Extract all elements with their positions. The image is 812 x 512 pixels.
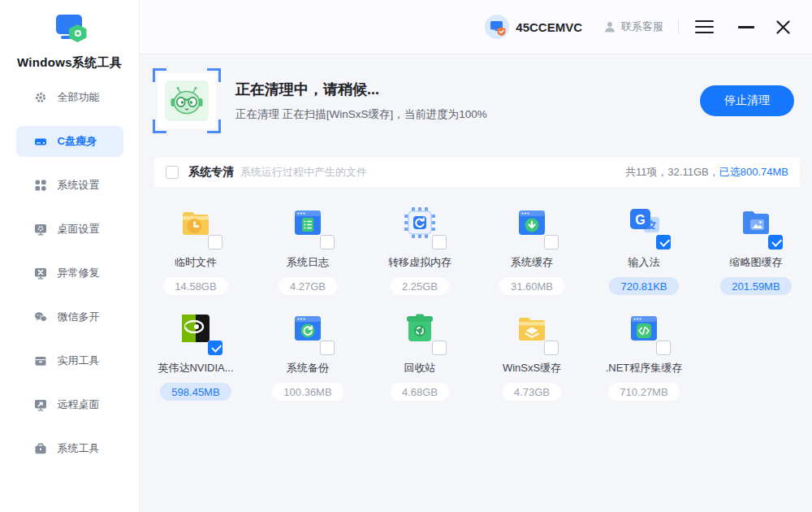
toolbox-icon (34, 354, 47, 367)
cleanup-item-thumbnail-cache[interactable]: 缩略图缓存 201.59MB (700, 205, 812, 310)
item-size: 4.27GB (279, 277, 337, 295)
item-label: .NET程序集缓存 (606, 361, 683, 375)
item-label: 回收站 (404, 361, 436, 375)
section-checkbox[interactable] (166, 166, 179, 179)
item-label: 转移虚拟内存 (388, 255, 451, 270)
item-size: 2.25GB (391, 277, 449, 295)
item-checkbox[interactable] (320, 235, 335, 249)
cleanup-item-system-cache[interactable]: 系统缓存 31.60MB (476, 205, 588, 310)
cleanup-item-system-backup[interactable]: 系统备份 100.36MB (252, 310, 364, 416)
sidebar-item-label: 远程桌面 (58, 397, 100, 412)
item-checkbox[interactable] (544, 341, 559, 355)
sidebar-item-label: 系统工具 (58, 441, 100, 456)
drive-icon (34, 135, 47, 148)
sidebar-item-c-drive-slim[interactable]: C盘瘦身 (16, 126, 123, 157)
app-logo: Windows系统工具 (0, 0, 139, 71)
cleaning-banner: 正在清理中，请稍候... 正在清理 正在扫描[WinSxS缓存]，当前进度为10… (153, 68, 794, 133)
item-label: 缩略图缓存 (730, 255, 783, 270)
selected-size[interactable]: 已选800.74MB (719, 166, 788, 178)
cleanup-item-temp-files[interactable]: 临时文件 14.58GB (140, 205, 252, 310)
sidebar-item-label: 微信多开 (58, 310, 100, 324)
sidebar-item-label: 桌面设置 (58, 222, 100, 236)
cleanup-item-virtual-memory[interactable]: 转移虚拟内存 2.25GB (364, 205, 476, 310)
banner-status: 正在清理 正在扫描[WinSxS缓存]，当前进度为100% (235, 107, 487, 122)
titlebar-divider (678, 20, 679, 34)
item-checkbox[interactable] (208, 235, 222, 249)
item-checkbox[interactable] (432, 341, 447, 355)
item-size: 4.73GB (503, 383, 561, 401)
banner-title: 正在清理中，请稍候... (235, 80, 487, 99)
sidebar: Windows系统工具 全部功能 C盘瘦身 系统设置 (0, 0, 140, 512)
item-label: WinSxS缓存 (503, 361, 561, 375)
banner-text: 正在清理中，请稍候... 正在清理 正在扫描[WinSxS缓存]，当前进度为10… (235, 80, 487, 122)
item-size: 4.68GB (391, 383, 449, 401)
item-checkbox[interactable] (208, 341, 222, 355)
person-icon (603, 20, 616, 33)
sidebar-item-system-settings[interactable]: 系统设置 (16, 170, 123, 201)
sidebar-item-label: 系统设置 (58, 178, 100, 193)
monitor-gear-icon (34, 223, 47, 236)
sidebar-nav: 全部功能 C盘瘦身 系统设置 桌面设置 (0, 71, 139, 464)
item-size: 100.36MB (272, 383, 343, 401)
app-logo-icon (51, 13, 89, 47)
app-title: Windows系统工具 (0, 55, 139, 71)
items-summary: 共11项，32.11GB， (625, 166, 719, 178)
main-area: 45CCEMVC 联系客服 (140, 0, 812, 512)
remote-desktop-icon (34, 398, 47, 411)
item-checkbox[interactable] (768, 235, 783, 249)
sidebar-item-wechat-multi[interactable]: 微信多开 (16, 302, 123, 332)
title-bar: 45CCEMVC 联系客服 (140, 0, 812, 54)
minimize-button[interactable] (738, 26, 754, 28)
item-size: 720.81KB (609, 277, 678, 295)
grid-icon (34, 179, 47, 192)
stop-cleaning-button[interactable]: 停止清理 (700, 85, 794, 116)
sidebar-item-system-tools[interactable]: 系统工具 (16, 433, 123, 464)
item-label: 英伟达NVIDIA... (158, 361, 233, 375)
cleanup-item-dotnet-cache[interactable]: .NET程序集缓存 710.27MB (588, 310, 700, 416)
item-size: 201.59MB (720, 277, 791, 295)
item-checkbox[interactable] (656, 235, 671, 249)
section-description: 系统运行过程中产生的文件 (240, 165, 367, 180)
sidebar-item-utilities[interactable]: 实用工具 (16, 345, 123, 376)
svg-text:G: G (635, 213, 645, 227)
close-button[interactable] (775, 20, 791, 35)
item-size: 31.60MB (499, 277, 564, 295)
item-checkbox[interactable] (432, 235, 447, 249)
item-label: 系统日志 (287, 255, 329, 270)
user-id[interactable]: 45CCEMVC (516, 20, 582, 34)
item-size: 598.45MB (160, 383, 231, 401)
wechat-icon (34, 310, 47, 323)
sidebar-item-desktop-settings[interactable]: 桌面设置 (16, 214, 123, 245)
sidebar-item-label: 实用工具 (58, 354, 100, 368)
sidebar-item-label: 全部功能 (58, 90, 100, 105)
app-window: Windows系统工具 全部功能 C盘瘦身 系统设置 (0, 0, 812, 512)
sidebar-item-all-functions[interactable]: 全部功能 (16, 82, 123, 113)
sidebar-item-label: C盘瘦身 (58, 134, 97, 149)
item-checkbox[interactable] (544, 235, 559, 249)
section-header: 系统专清 系统运行过程中产生的文件 共11项，32.11GB，已选800.74M… (154, 158, 800, 187)
robot-scan-icon (153, 68, 221, 133)
cleanup-item-winsxs-cache[interactable]: WinSxS缓存 4.73GB (476, 310, 588, 416)
sidebar-item-error-repair[interactable]: 异常修复 (16, 258, 123, 289)
item-checkbox[interactable] (656, 341, 671, 355)
contact-support-button[interactable]: 联系客服 (603, 20, 663, 34)
item-label: 系统缓存 (511, 255, 553, 270)
cleanup-item-recycle-bin[interactable]: 回收站 4.68GB (364, 310, 476, 416)
cleanup-grid: 临时文件 14.58GB (140, 205, 812, 416)
cleanup-item-system-logs[interactable]: 系统日志 4.27GB (252, 205, 364, 310)
gear-icon (34, 91, 47, 104)
item-label: 临时文件 (175, 255, 217, 270)
menu-icon[interactable] (693, 17, 715, 37)
section-title: 系统专清 (188, 165, 234, 180)
item-label: 输入法 (628, 255, 660, 270)
cleanup-item-input-method[interactable]: G 输入法 720.81KB (588, 205, 700, 310)
contact-support-label: 联系客服 (621, 20, 663, 34)
content-area: 正在清理中，请稍候... 正在清理 正在扫描[WinSxS缓存]，当前进度为10… (140, 54, 812, 512)
sidebar-item-label: 异常修复 (58, 266, 100, 280)
item-checkbox[interactable] (320, 341, 335, 355)
monitor-fix-icon (34, 267, 47, 280)
cleanup-item-nvidia[interactable]: 英伟达NVIDIA... 598.45MB (140, 310, 252, 416)
user-avatar[interactable] (485, 15, 509, 39)
item-label: 系统备份 (287, 361, 329, 375)
sidebar-item-remote-desktop[interactable]: 远程桌面 (16, 389, 123, 420)
